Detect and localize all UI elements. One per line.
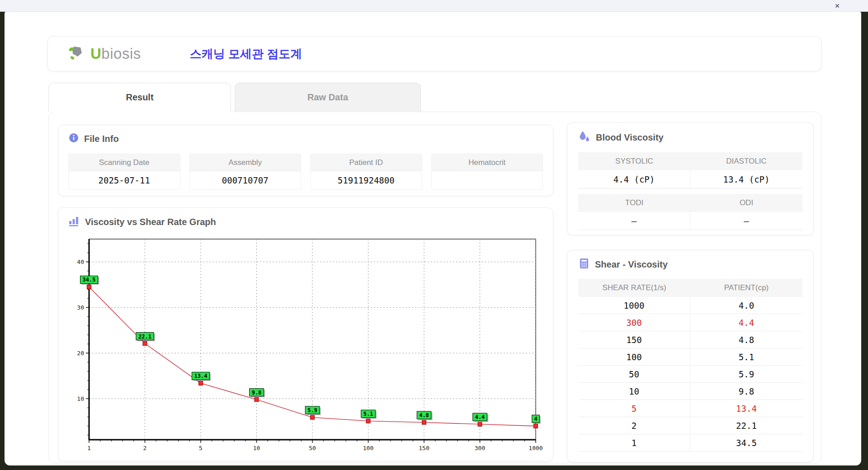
patient-viscosity-cell: 5.9 <box>690 366 802 383</box>
svg-text:20: 20 <box>77 350 84 357</box>
logo-rest: biosis <box>101 45 141 62</box>
patient-viscosity-cell: 34.5 <box>690 434 802 451</box>
shear-table-row: 100 5.1 <box>578 348 802 366</box>
patient-column-header: PATIENT(cp) <box>690 279 802 297</box>
odi-value: – <box>690 212 802 230</box>
patient-viscosity-cell: 4.8 <box>690 331 802 348</box>
tab-result[interactable]: Result <box>48 83 231 112</box>
diastolic-header: DIASTOLIC <box>690 152 802 170</box>
titlebar: × <box>0 0 868 12</box>
todi-value: – <box>578 212 690 230</box>
field-label: Patient ID <box>311 154 422 171</box>
field-label: Scanning Date <box>69 154 180 171</box>
svg-text:4: 4 <box>534 416 537 422</box>
shear-viscosity-title: Shear - Viscosity <box>595 259 668 270</box>
brand-logo: Ubiosis <box>67 43 141 65</box>
graph-title: Viscosity vs Shear Rate Graph <box>85 217 216 227</box>
shear-viscosity-card: Shear - Viscosity SHEAR RATE(1/s) PATIEN… <box>567 250 814 462</box>
header-card: Ubiosis 스캐닝 모세관 점도계 <box>47 36 821 71</box>
patient-viscosity-cell: 13.4 <box>690 400 802 417</box>
field-value: 000710707 <box>190 171 301 189</box>
field-label: Assembly <box>190 154 301 171</box>
patient-viscosity-cell: 9.8 <box>690 383 802 400</box>
bar-chart-icon <box>68 215 80 229</box>
systolic-header: SYSTOLIC <box>578 152 690 170</box>
shear-table-row: 300 4.4 <box>578 314 802 331</box>
systolic-value: 4.4 (cP) <box>578 170 690 188</box>
shear-rate-cell: 1000 <box>578 297 690 314</box>
svg-text:30: 30 <box>77 304 84 311</box>
todi-header: TODI <box>578 194 690 212</box>
shear-rate-cell: 100 <box>578 348 690 366</box>
tab-raw-data[interactable]: Raw Data <box>235 83 421 112</box>
svg-text:300: 300 <box>475 445 485 451</box>
svg-text:100: 100 <box>363 445 373 451</box>
info-icon <box>68 132 79 146</box>
svg-text:9.8: 9.8 <box>252 390 262 396</box>
shear-table-row: 5 13.4 <box>578 400 802 417</box>
file-info-title: File Info <box>84 134 119 144</box>
svg-text:2: 2 <box>143 445 147 451</box>
blood-viscosity-table: SYSTOLIC DIASTOLIC 4.4 (cP) 13.4 (cP) TO… <box>578 152 802 230</box>
shear-table-row: 1000 4.0 <box>578 297 802 314</box>
svg-text:5.9: 5.9 <box>307 407 317 414</box>
field-label: Hematocrit <box>432 154 543 171</box>
shear-table: SHEAR RATE(1/s) PATIENT(cp) 1000 4.0 300… <box>578 279 802 451</box>
svg-text:10: 10 <box>77 395 84 402</box>
shear-rate-cell: 5 <box>578 400 690 417</box>
svg-text:1: 1 <box>87 445 91 451</box>
odi-header: ODI <box>690 194 802 212</box>
shear-rate-cell: 150 <box>578 331 690 348</box>
svg-text:22.1: 22.1 <box>138 334 151 340</box>
field-value <box>432 171 543 189</box>
svg-text:10: 10 <box>253 445 260 451</box>
leaf-logo-icon <box>67 43 87 65</box>
svg-text:4.8: 4.8 <box>419 412 429 418</box>
svg-text:5: 5 <box>199 445 203 451</box>
close-button[interactable]: × <box>831 0 843 11</box>
content-panel: File Info Scanning Date 2025-07-11 Assem… <box>48 112 821 463</box>
scanning-date-field: Scanning Date 2025-07-11 <box>68 154 180 190</box>
diastolic-value: 13.4 (cP) <box>690 170 802 188</box>
svg-text:50: 50 <box>309 445 316 451</box>
shear-table-row: 2 22.1 <box>578 417 802 434</box>
shear-rate-column-header: SHEAR RATE(1/s) <box>578 279 690 297</box>
shear-rate-cell: 2 <box>578 417 690 434</box>
viscosity-chart: 102030401251050100150300100034.522.113.4… <box>69 235 543 453</box>
file-info-card: File Info Scanning Date 2025-07-11 Assem… <box>58 125 553 196</box>
patient-viscosity-cell: 4.4 <box>690 314 802 331</box>
patient-viscosity-cell: 5.1 <box>690 348 802 366</box>
shear-rate-cell: 300 <box>578 314 690 331</box>
shear-table-row: 150 4.8 <box>578 331 802 348</box>
svg-text:34.5: 34.5 <box>83 277 96 283</box>
shear-rate-cell: 10 <box>578 383 690 400</box>
shear-table-row: 10 9.8 <box>578 383 802 400</box>
patient-id-field: Patient ID 51911924800 <box>310 154 422 190</box>
calculator-icon <box>578 258 590 272</box>
svg-text:5.1: 5.1 <box>363 411 373 417</box>
svg-text:4.4: 4.4 <box>475 414 485 420</box>
svg-text:40: 40 <box>77 258 84 265</box>
hematocrit-field: Hematocrit <box>431 154 543 190</box>
app-window: Ubiosis 스캐닝 모세관 점도계 Result Raw Data File… <box>5 12 861 465</box>
blood-viscosity-title: Blood Viscosity <box>596 132 664 143</box>
svg-text:150: 150 <box>419 445 429 451</box>
field-value: 51911924800 <box>311 171 422 189</box>
app-title: 스캐닝 모세관 점도계 <box>190 46 302 62</box>
svg-text:13.4: 13.4 <box>194 373 208 379</box>
assembly-field: Assembly 000710707 <box>189 154 302 190</box>
svg-text:1000: 1000 <box>528 445 542 451</box>
blood-viscosity-card: Blood Viscosity SYSTOLIC DIASTOLIC 4.4 (… <box>567 122 814 235</box>
field-value: 2025-07-11 <box>69 171 180 189</box>
shear-table-row: 50 5.9 <box>578 366 802 383</box>
shear-rate-cell: 1 <box>578 434 690 451</box>
shear-table-row: 1 34.5 <box>578 434 802 451</box>
logo-text: Ubiosis <box>90 45 141 62</box>
patient-viscosity-cell: 22.1 <box>690 417 802 434</box>
patient-viscosity-cell: 4.0 <box>690 297 802 314</box>
logo-letter-u: U <box>90 45 101 62</box>
graph-card: Viscosity vs Shear Rate Graph 1020304012… <box>58 207 553 461</box>
shear-rate-cell: 50 <box>578 366 690 383</box>
droplets-icon <box>578 130 591 145</box>
